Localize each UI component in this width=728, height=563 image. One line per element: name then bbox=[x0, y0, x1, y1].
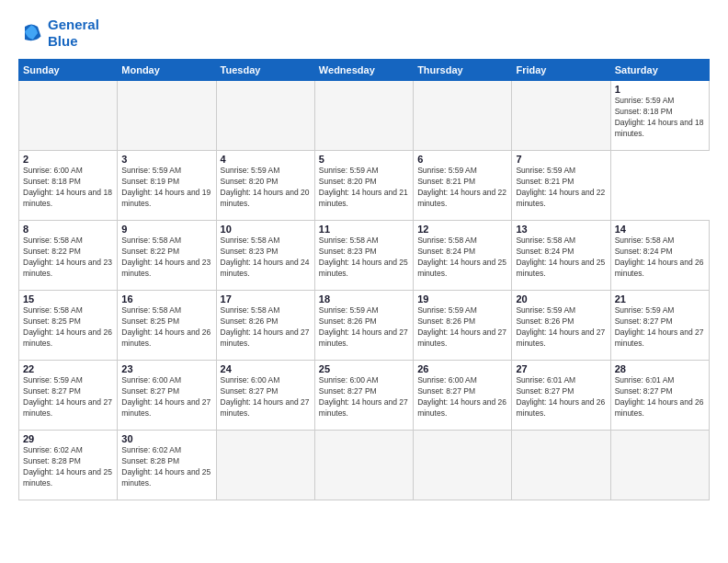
calendar-day-cell: 30Sunrise: 6:02 AMSunset: 8:28 PMDayligh… bbox=[118, 431, 216, 500]
day-number: 21 bbox=[615, 293, 705, 304]
day-number: 26 bbox=[417, 363, 507, 374]
calendar-week-row: 8Sunrise: 5:58 AMSunset: 8:22 PMDaylight… bbox=[19, 221, 710, 291]
calendar-day-cell: 15Sunrise: 5:58 AMSunset: 8:25 PMDayligh… bbox=[19, 291, 118, 361]
day-info: Sunrise: 5:59 AMSunset: 8:26 PMDaylight:… bbox=[516, 305, 606, 350]
day-info: Sunrise: 5:59 AMSunset: 8:27 PMDaylight:… bbox=[23, 375, 113, 419]
day-info: Sunrise: 6:00 AMSunset: 8:27 PMDaylight:… bbox=[417, 375, 507, 419]
calendar-day-cell: 22Sunrise: 5:59 AMSunset: 8:27 PMDayligh… bbox=[19, 361, 118, 431]
day-info: Sunrise: 5:58 AMSunset: 8:24 PMDaylight:… bbox=[615, 236, 705, 280]
calendar-day-cell: 21Sunrise: 5:59 AMSunset: 8:27 PMDayligh… bbox=[610, 291, 709, 361]
calendar-day-cell: 4Sunrise: 5:59 AMSunset: 8:20 PMDaylight… bbox=[216, 151, 314, 221]
day-info: Sunrise: 6:00 AMSunset: 8:27 PMDaylight:… bbox=[221, 375, 311, 419]
day-info: Sunrise: 6:01 AMSunset: 8:27 PMDaylight:… bbox=[516, 375, 606, 419]
day-number: 20 bbox=[516, 293, 606, 304]
calendar-week-row: 2Sunrise: 6:00 AMSunset: 8:18 PMDaylight… bbox=[19, 151, 710, 221]
day-info: Sunrise: 6:00 AMSunset: 8:27 PMDaylight:… bbox=[121, 375, 211, 419]
calendar-day-cell: 28Sunrise: 6:01 AMSunset: 8:27 PMDayligh… bbox=[610, 361, 709, 431]
day-number: 6 bbox=[417, 154, 507, 165]
calendar-day-cell bbox=[314, 431, 413, 500]
day-info: Sunrise: 6:00 AMSunset: 8:18 PMDaylight:… bbox=[23, 166, 113, 210]
calendar-day-cell bbox=[314, 81, 413, 151]
calendar-day-cell: 29Sunrise: 6:02 AMSunset: 8:28 PMDayligh… bbox=[19, 431, 118, 500]
day-number: 13 bbox=[516, 224, 606, 235]
calendar-day-cell: 6Sunrise: 5:59 AMSunset: 8:21 PMDaylight… bbox=[414, 151, 512, 221]
day-info: Sunrise: 6:02 AMSunset: 8:28 PMDaylight:… bbox=[121, 445, 211, 489]
calendar-day-cell: 1Sunrise: 5:59 AMSunset: 8:18 PMDaylight… bbox=[610, 81, 709, 151]
day-info: Sunrise: 5:58 AMSunset: 8:22 PMDaylight:… bbox=[121, 236, 211, 280]
day-number: 28 bbox=[615, 363, 705, 374]
day-info: Sunrise: 5:58 AMSunset: 8:22 PMDaylight:… bbox=[23, 236, 113, 280]
header-day: Tuesday bbox=[216, 60, 314, 81]
day-number: 4 bbox=[221, 154, 311, 165]
calendar-day-cell bbox=[512, 81, 610, 151]
calendar-day-cell: 11Sunrise: 5:58 AMSunset: 8:23 PMDayligh… bbox=[314, 221, 413, 291]
day-number: 3 bbox=[121, 154, 211, 165]
day-number: 10 bbox=[221, 224, 311, 235]
day-info: Sunrise: 5:59 AMSunset: 8:20 PMDaylight:… bbox=[319, 166, 409, 210]
calendar-day-cell bbox=[414, 431, 512, 500]
day-info: Sunrise: 5:58 AMSunset: 8:24 PMDaylight:… bbox=[516, 236, 606, 280]
calendar-day-cell: 5Sunrise: 5:59 AMSunset: 8:20 PMDaylight… bbox=[314, 151, 413, 221]
calendar-week-row: 22Sunrise: 5:59 AMSunset: 8:27 PMDayligh… bbox=[19, 361, 710, 431]
calendar-day-cell bbox=[610, 431, 709, 500]
header-day: Saturday bbox=[610, 60, 709, 81]
calendar-day-cell bbox=[118, 81, 216, 151]
day-number: 11 bbox=[319, 224, 409, 235]
calendar-day-cell: 2Sunrise: 6:00 AMSunset: 8:18 PMDaylight… bbox=[19, 151, 118, 221]
calendar-day-cell: 18Sunrise: 5:59 AMSunset: 8:26 PMDayligh… bbox=[314, 291, 413, 361]
day-info: Sunrise: 6:02 AMSunset: 8:28 PMDaylight:… bbox=[23, 445, 113, 489]
calendar-day-cell: 27Sunrise: 6:01 AMSunset: 8:27 PMDayligh… bbox=[512, 361, 610, 431]
calendar-day-cell bbox=[512, 431, 610, 500]
day-info: Sunrise: 5:58 AMSunset: 8:23 PMDaylight:… bbox=[221, 236, 311, 280]
header-day: Wednesday bbox=[314, 60, 413, 81]
calendar-day-cell bbox=[19, 81, 118, 151]
calendar-day-cell: 3Sunrise: 5:59 AMSunset: 8:19 PMDaylight… bbox=[118, 151, 216, 221]
calendar-day-cell: 14Sunrise: 5:58 AMSunset: 8:24 PMDayligh… bbox=[610, 221, 709, 291]
day-info: Sunrise: 5:59 AMSunset: 8:27 PMDaylight:… bbox=[615, 305, 705, 350]
day-number: 12 bbox=[417, 224, 507, 235]
calendar-day-cell: 13Sunrise: 5:58 AMSunset: 8:24 PMDayligh… bbox=[512, 221, 610, 291]
calendar-day-cell: 23Sunrise: 6:00 AMSunset: 8:27 PMDayligh… bbox=[118, 361, 216, 431]
calendar-week-row: 1Sunrise: 5:59 AMSunset: 8:18 PMDaylight… bbox=[19, 81, 710, 151]
calendar-day-cell: 25Sunrise: 6:00 AMSunset: 8:27 PMDayligh… bbox=[314, 361, 413, 431]
header-day: Thursday bbox=[414, 60, 512, 81]
header-day: Friday bbox=[512, 60, 610, 81]
day-info: Sunrise: 5:58 AMSunset: 8:25 PMDaylight:… bbox=[23, 305, 113, 350]
day-info: Sunrise: 5:59 AMSunset: 8:26 PMDaylight:… bbox=[417, 305, 507, 350]
calendar-week-row: 29Sunrise: 6:02 AMSunset: 8:28 PMDayligh… bbox=[19, 431, 710, 500]
calendar-day-cell: 16Sunrise: 5:58 AMSunset: 8:25 PMDayligh… bbox=[118, 291, 216, 361]
logo: General Blue bbox=[18, 17, 99, 50]
day-number: 24 bbox=[221, 363, 311, 374]
calendar-day-cell bbox=[216, 81, 314, 151]
day-info: Sunrise: 5:59 AMSunset: 8:19 PMDaylight:… bbox=[121, 166, 211, 210]
day-number: 19 bbox=[417, 293, 507, 304]
calendar-day-cell: 26Sunrise: 6:00 AMSunset: 8:27 PMDayligh… bbox=[414, 361, 512, 431]
day-info: Sunrise: 5:59 AMSunset: 8:20 PMDaylight:… bbox=[221, 166, 311, 210]
day-info: Sunrise: 5:58 AMSunset: 8:25 PMDaylight:… bbox=[121, 305, 211, 350]
day-number: 17 bbox=[221, 293, 311, 304]
day-info: Sunrise: 6:00 AMSunset: 8:27 PMDaylight:… bbox=[319, 375, 409, 419]
day-info: Sunrise: 5:59 AMSunset: 8:26 PMDaylight:… bbox=[319, 305, 409, 350]
calendar-day-cell: 7Sunrise: 5:59 AMSunset: 8:21 PMDaylight… bbox=[512, 151, 610, 221]
day-number: 25 bbox=[319, 363, 409, 374]
header-day: Sunday bbox=[19, 60, 118, 81]
day-info: Sunrise: 5:58 AMSunset: 8:23 PMDaylight:… bbox=[319, 236, 409, 280]
logo-text: General Blue bbox=[48, 17, 99, 50]
day-number: 7 bbox=[516, 154, 606, 165]
day-number: 22 bbox=[23, 363, 113, 374]
day-info: Sunrise: 5:58 AMSunset: 8:26 PMDaylight:… bbox=[221, 305, 311, 350]
day-info: Sunrise: 6:01 AMSunset: 8:27 PMDaylight:… bbox=[615, 375, 705, 419]
calendar-day-cell: 17Sunrise: 5:58 AMSunset: 8:26 PMDayligh… bbox=[216, 291, 314, 361]
day-info: Sunrise: 5:59 AMSunset: 8:21 PMDaylight:… bbox=[516, 166, 606, 210]
day-number: 29 bbox=[23, 433, 113, 444]
day-number: 2 bbox=[23, 154, 113, 165]
day-number: 18 bbox=[319, 293, 409, 304]
day-number: 23 bbox=[121, 363, 211, 374]
header-row: SundayMondayTuesdayWednesdayThursdayFrid… bbox=[19, 60, 710, 81]
header-day: Monday bbox=[118, 60, 216, 81]
calendar-day-cell: 10Sunrise: 5:58 AMSunset: 8:23 PMDayligh… bbox=[216, 221, 314, 291]
calendar-day-cell: 20Sunrise: 5:59 AMSunset: 8:26 PMDayligh… bbox=[512, 291, 610, 361]
day-number: 30 bbox=[121, 433, 211, 444]
calendar-day-cell: 12Sunrise: 5:58 AMSunset: 8:24 PMDayligh… bbox=[414, 221, 512, 291]
day-number: 1 bbox=[615, 84, 705, 95]
